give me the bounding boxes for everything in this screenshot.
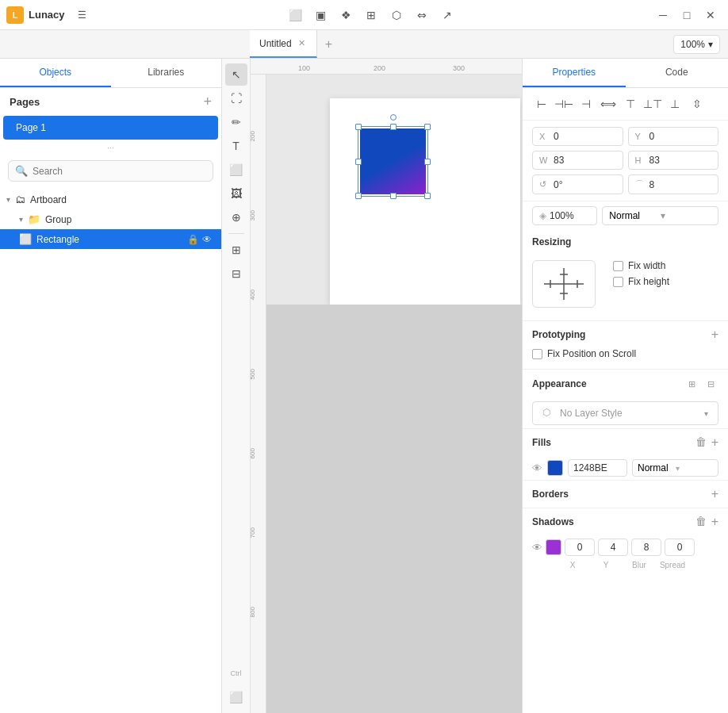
shadow-x-input[interactable] bbox=[565, 539, 595, 556]
tab-untitled[interactable]: Untitled ✕ bbox=[250, 30, 317, 58]
select-tool-button[interactable]: ↖ bbox=[225, 63, 247, 86]
component-tool-button[interactable]: ⊕ bbox=[225, 206, 247, 228]
fills-delete-button[interactable]: 🗑 bbox=[695, 435, 707, 450]
handle-middle-right[interactable] bbox=[424, 159, 431, 165]
w-field[interactable]: W bbox=[532, 151, 623, 170]
canvas-area[interactable]: 100 200 300 200 300 400 500 600 700 800 bbox=[251, 59, 522, 713]
align-left-button[interactable]: ⊢ bbox=[532, 94, 551, 113]
lock-icon[interactable]: 🔒 bbox=[187, 234, 199, 245]
rotation-handle[interactable] bbox=[390, 114, 397, 121]
grid-view-button[interactable]: ⊟ bbox=[225, 263, 247, 285]
fix-width-checkbox[interactable] bbox=[613, 261, 623, 271]
h-label: H bbox=[635, 155, 646, 165]
rotation-field[interactable]: ↺ bbox=[532, 174, 623, 194]
x-input[interactable] bbox=[554, 131, 616, 142]
tab-close-button[interactable]: ✕ bbox=[297, 36, 307, 50]
image-tool-button[interactable]: 🖼 bbox=[225, 182, 247, 205]
pages-add-button[interactable]: + bbox=[203, 94, 212, 109]
fix-scroll-checkbox[interactable] bbox=[532, 349, 542, 359]
tab-code[interactable]: Code bbox=[626, 59, 729, 87]
selected-rectangle-container[interactable] bbox=[360, 128, 426, 194]
appearance-icon-1[interactable]: ⊞ bbox=[684, 376, 699, 392]
w-input[interactable] bbox=[554, 155, 616, 166]
handle-middle-left[interactable] bbox=[355, 159, 362, 165]
canvas-gray-area bbox=[266, 305, 522, 713]
artboard-tool-icon[interactable]: ▣ bbox=[309, 4, 331, 26]
rectangle-element[interactable] bbox=[360, 128, 426, 194]
layer-style-dropdown[interactable]: ⬡ No Layer Style ▾ bbox=[532, 401, 718, 425]
scale-tool-button[interactable]: ⛶ bbox=[225, 87, 247, 109]
layer-style-arrow-icon: ▾ bbox=[704, 409, 708, 418]
blend-mode-select[interactable]: Normal ▾ bbox=[602, 206, 718, 225]
h-input[interactable] bbox=[649, 155, 712, 166]
component-tool-icon[interactable]: ❖ bbox=[335, 4, 357, 26]
zoom-control[interactable]: 100% ▾ bbox=[673, 35, 720, 54]
fill-blend-select[interactable]: Normal ▾ bbox=[632, 459, 718, 477]
align-right-button[interactable]: ⊣ bbox=[577, 94, 596, 113]
corner-field[interactable]: ⌒ bbox=[628, 174, 719, 194]
shadow-y-input[interactable] bbox=[598, 539, 628, 556]
align-justify-h-button[interactable]: ⟺ bbox=[599, 94, 618, 113]
frame-tool-icon[interactable]: ⬜ bbox=[284, 4, 306, 26]
layer-artboard[interactable]: ▾ 🗂 Artboard bbox=[0, 190, 221, 209]
x-field[interactable]: X bbox=[532, 127, 623, 146]
prototyping-add-button[interactable]: + bbox=[711, 328, 718, 342]
blend-arrow-icon: ▾ bbox=[661, 210, 711, 221]
tab-objects[interactable]: Objects bbox=[0, 59, 111, 87]
fill-hex-input[interactable] bbox=[568, 459, 627, 477]
visibility-icon[interactable]: 👁 bbox=[202, 234, 212, 245]
menu-button[interactable]: ☰ bbox=[73, 10, 91, 21]
shape-tool-icon[interactable]: ⬡ bbox=[385, 4, 408, 26]
handle-bottom-left[interactable] bbox=[355, 193, 362, 199]
maximize-button[interactable]: □ bbox=[676, 4, 698, 26]
handle-bottom-right[interactable] bbox=[424, 193, 431, 199]
handle-bottom-middle[interactable] bbox=[390, 193, 397, 199]
fill-visibility-icon[interactable]: 👁 bbox=[532, 462, 542, 474]
close-button[interactable]: ✕ bbox=[699, 4, 722, 26]
layer-tree: ▾ 🗂 Artboard ▾ 📁 Group ⬜ Rectangle 🔒 👁 bbox=[0, 186, 221, 713]
layer-rectangle[interactable]: ⬜ Rectangle 🔒 👁 bbox=[0, 229, 221, 249]
pencil-tool-button[interactable]: ✏ bbox=[225, 111, 247, 133]
shadow-color-swatch[interactable] bbox=[546, 539, 561, 555]
fix-height-checkbox[interactable] bbox=[613, 277, 623, 287]
opacity-field[interactable]: ◈ bbox=[532, 206, 597, 225]
handle-top-right[interactable] bbox=[424, 124, 431, 130]
align-center-h-button[interactable]: ⊣⊢ bbox=[554, 94, 573, 113]
rotation-input[interactable] bbox=[554, 179, 616, 190]
handle-top-left[interactable] bbox=[355, 124, 362, 130]
tab-properties[interactable]: Properties bbox=[523, 59, 626, 87]
y-input[interactable] bbox=[649, 131, 712, 142]
arrow-tool-icon[interactable]: ↗ bbox=[436, 4, 458, 26]
fills-add-button[interactable]: + bbox=[711, 435, 718, 450]
opacity-input[interactable] bbox=[550, 210, 581, 221]
fill-color-swatch[interactable] bbox=[547, 460, 563, 476]
layer-group[interactable]: ▾ 📁 Group bbox=[0, 209, 221, 229]
align-center-v-button[interactable]: ⊥⊤ bbox=[643, 94, 662, 113]
tab-libraries[interactable]: Libraries bbox=[111, 59, 222, 87]
handle-top-middle[interactable] bbox=[390, 124, 397, 130]
shadow-spread-input[interactable] bbox=[665, 539, 695, 556]
align-bottom-button[interactable]: ⊥ bbox=[665, 94, 684, 113]
flip-tool-icon[interactable]: ⇔ bbox=[411, 4, 433, 26]
tab-add-button[interactable]: + bbox=[317, 37, 340, 52]
corner-input[interactable] bbox=[649, 179, 712, 190]
page-1-item[interactable]: Page 1 bbox=[3, 116, 218, 140]
frame-button[interactable]: ⬜ bbox=[225, 686, 247, 708]
text-tool-button[interactable]: T bbox=[225, 135, 247, 157]
shadow-visibility-icon[interactable]: 👁 bbox=[532, 542, 542, 554]
align-top-button[interactable]: ⊤ bbox=[621, 94, 640, 113]
create-component-button[interactable]: ⊞ bbox=[225, 239, 247, 261]
appearance-icon-2[interactable]: ⊟ bbox=[703, 376, 718, 392]
grid-tool-icon[interactable]: ⊞ bbox=[360, 4, 382, 26]
shadows-delete-button[interactable]: 🗑 bbox=[695, 515, 707, 529]
h-field[interactable]: H bbox=[628, 151, 719, 170]
y-field[interactable]: Y bbox=[628, 127, 719, 146]
chevron-down-icon: ▾ bbox=[6, 195, 10, 204]
shadow-blur-input[interactable] bbox=[631, 539, 661, 556]
search-input[interactable] bbox=[33, 166, 206, 177]
shadows-add-button[interactable]: + bbox=[711, 515, 718, 529]
align-justify-v-button[interactable]: ⇳ bbox=[688, 94, 707, 113]
borders-add-button[interactable]: + bbox=[711, 487, 718, 501]
rectangle-tool-button[interactable]: ⬜ bbox=[225, 159, 247, 181]
minimize-button[interactable]: ─ bbox=[652, 4, 674, 26]
